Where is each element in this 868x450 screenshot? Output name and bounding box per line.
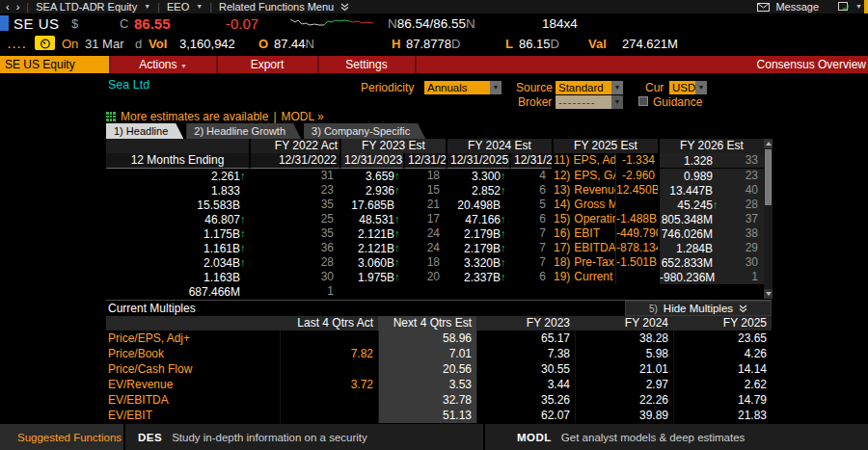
active-security-button[interactable]: SE US Equity xyxy=(0,56,109,73)
estimate-number: 1.175B xyxy=(203,227,240,241)
multiple-row-label[interactable]: EV/EBIT xyxy=(106,408,280,423)
estimate-row-label[interactable]: 14)Gross Margin % xyxy=(552,198,615,212)
estimate-value: 2.179B↑ xyxy=(446,241,509,255)
analyst-count: 18 xyxy=(403,255,446,270)
actual-value: -449.790M xyxy=(615,226,658,241)
multiple-row-label[interactable]: Price/EPS, Adj+ xyxy=(106,331,280,346)
multiple-value: 3.72 xyxy=(280,377,378,392)
source-dropdown-arrow[interactable]: ▼ xyxy=(611,81,623,94)
more-estimates-banner[interactable]: More estimates are available | MODL » xyxy=(106,109,324,123)
function-code-selector[interactable]: EEO xyxy=(167,0,189,13)
high-price: 87.8778 xyxy=(406,37,451,51)
multiple-value: 14.79 xyxy=(673,392,772,408)
modl-link[interactable]: MODL » xyxy=(282,110,324,123)
multiple-value: 3.44 xyxy=(476,377,575,392)
currency-dropdown-arrow[interactable]: ▼ xyxy=(695,81,707,94)
row-metric-name: Current Profit xyxy=(574,270,615,283)
estimate-row-label[interactable]: 18)Pre-Tax Profit xyxy=(552,255,615,270)
double-chevron-down-icon[interactable] xyxy=(340,3,349,12)
estimate-value: ↑ xyxy=(339,284,403,299)
envelope-icon[interactable] xyxy=(757,3,770,12)
multiple-row-label[interactable]: Price/Book xyxy=(106,346,280,361)
footer-modl-item[interactable]: MODL Get analyst models & deep estimates xyxy=(485,424,868,450)
chevron-down-icon[interactable]: ▼ xyxy=(144,0,150,13)
analyst-count: 29 xyxy=(721,241,764,255)
multiple-row-label[interactable]: Price/Cash Flow xyxy=(106,361,280,377)
suggested-functions[interactable]: Suggested Functions xyxy=(0,424,125,450)
estimate-row-label[interactable]: 17)EBITDA xyxy=(552,241,615,255)
estimate-row-label[interactable]: 19)Current Profit xyxy=(552,270,615,284)
source-dropdown[interactable]: Standard xyxy=(556,81,611,94)
date-label: 12/31/2026 xyxy=(514,153,552,168)
message-button[interactable]: Message xyxy=(775,0,819,13)
estimate-number: 2.337B xyxy=(464,271,501,284)
actual-value: -878.134M xyxy=(615,241,658,255)
chevron-down-icon[interactable]: ▼ xyxy=(855,0,862,13)
scroll-up-icon[interactable] xyxy=(764,139,773,148)
estimate-row-label[interactable]: 15)Operating Profit xyxy=(552,212,615,226)
row-metric-name: EBIT xyxy=(574,226,600,240)
estimate-row-label[interactable]: 16)EBIT xyxy=(552,226,615,241)
guidance-checkbox[interactable] xyxy=(638,96,648,106)
multiples-col-header: Last 4 Qtrs Act xyxy=(280,316,378,331)
analyst-count: 35 xyxy=(249,226,339,241)
scroll-down-icon[interactable] xyxy=(764,289,773,299)
scrollbar-thumb[interactable] xyxy=(765,149,772,205)
settings-menu[interactable]: Settings xyxy=(319,56,414,73)
estimate-number: 20.498B xyxy=(457,199,501,212)
actual-value: -1.501B xyxy=(615,255,658,270)
row-metric-name: EBITDA xyxy=(574,241,615,254)
row-number: 14) xyxy=(554,198,570,211)
chevron-down-icon[interactable]: ▼ xyxy=(196,0,203,13)
analyst-count: 37 xyxy=(721,212,764,226)
multiple-value: 5.98 xyxy=(575,346,673,361)
export-menu[interactable]: Export xyxy=(218,56,316,73)
footer-bar: Suggested Functions DES Study in-depth i… xyxy=(0,424,868,450)
multiple-row-label[interactable]: EV/Revenue xyxy=(106,377,280,392)
multiple-value xyxy=(280,331,378,346)
estimate-row-label[interactable]: 11)EPS, Adj+ xyxy=(552,153,615,168)
estimate-number: 687.466M xyxy=(189,285,240,299)
hide-multiples-button[interactable]: 5) Hide Multiples xyxy=(625,301,772,316)
analyst-count: 7 xyxy=(509,226,552,241)
currency-dropdown[interactable]: USD xyxy=(669,81,695,94)
periodicity-dropdown-arrow[interactable]: ▼ xyxy=(490,81,502,94)
up-arrow-icon: ↑ xyxy=(501,270,509,284)
broker-dropdown-arrow[interactable]: ▼ xyxy=(611,95,623,109)
tab-company-specific[interactable]: 3) Company-Specific xyxy=(304,123,425,139)
panel-export-icon[interactable] xyxy=(838,2,850,12)
footer-des-item[interactable]: DES Study in-depth information on a secu… xyxy=(125,424,485,450)
chevron-down-icon: ▼ xyxy=(180,63,187,69)
security-selector[interactable]: SEA LTD-ADR Equity xyxy=(36,0,137,13)
analyst-count: 6 xyxy=(509,212,552,226)
actions-menu[interactable]: Actions ▼ xyxy=(111,56,215,73)
broker-dropdown[interactable]: -------- xyxy=(556,95,611,109)
nav-back-icon[interactable]: ‹ xyxy=(6,0,10,13)
divider: | xyxy=(26,0,29,13)
estimate-value: 0.989↑ xyxy=(658,169,721,183)
nav-forward-icon[interactable]: › xyxy=(16,0,20,13)
estimate-row-label[interactable]: 13)Revenue xyxy=(552,183,615,198)
open-price: 87.44 xyxy=(274,37,306,51)
estimate-row-label[interactable]: 12)EPS, GAAP xyxy=(552,169,615,183)
related-functions-menu[interactable]: Related Functions Menu xyxy=(219,0,334,13)
session-flag: d xyxy=(135,37,142,51)
source-label: Source xyxy=(516,81,553,94)
up-arrow-icon: ↑ xyxy=(394,183,403,198)
row-number: 16) xyxy=(554,226,570,240)
row-metric-name: Gross Margin % xyxy=(574,198,615,211)
estimate-number: 2.121B xyxy=(358,227,394,241)
analyst-count: 38 xyxy=(721,226,764,241)
tab-headline[interactable]: 1) Headline xyxy=(106,123,183,139)
multiple-row-label[interactable]: EV/EBITDA xyxy=(106,392,280,408)
quote-panel: SE US $ C 86.55 -0.07 N86.54/86.55N 184x… xyxy=(0,13,868,56)
multiples-corner-cell xyxy=(106,316,280,331)
estimate-number: 3.320B xyxy=(464,256,501,270)
multiples-table: Last 4 Qtrs ActNext 4 Qtrs EstFY 2023FY … xyxy=(106,316,772,423)
tab-headline-growth[interactable]: 2) Headline Growth xyxy=(186,123,301,139)
table-scrollbar[interactable] xyxy=(764,139,773,299)
periodicity-dropdown[interactable]: Annuals xyxy=(424,81,490,94)
date-fy2022: 12/31/2022 xyxy=(249,153,339,169)
volume-label: Vol xyxy=(149,37,167,51)
delayed-gauge-icon[interactable] xyxy=(35,36,55,50)
